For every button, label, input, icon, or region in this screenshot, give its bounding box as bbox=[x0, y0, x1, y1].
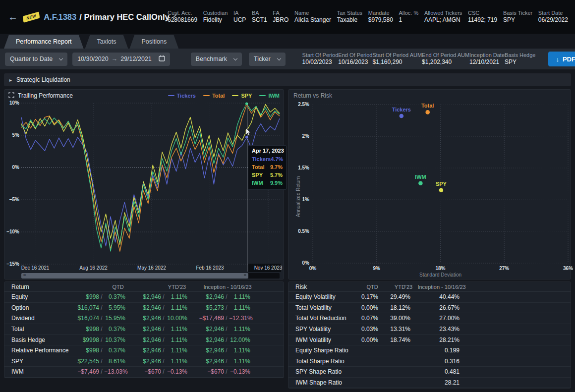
cell-percent: 1.11% bbox=[166, 336, 187, 343]
cell-value: 0.00% bbox=[353, 336, 378, 343]
trailing-legend: TickersTotalSPYIWM bbox=[168, 93, 280, 99]
pdf-download-button[interactable]: ↓ PDF bbox=[548, 52, 575, 66]
trailing-chart-canvas[interactable] bbox=[21, 103, 280, 264]
scatter-point-label: IWM bbox=[415, 174, 426, 180]
header-stat: Start Date06/29/2022 bbox=[538, 9, 568, 24]
cell-slash: / bbox=[224, 304, 229, 311]
filter-stat-value: 12/10/2021 bbox=[469, 58, 505, 66]
cell-amount: $2,946 bbox=[125, 358, 161, 365]
filter-stat-label: End Of Period bbox=[338, 52, 372, 58]
legend-item-tickers[interactable]: Tickers bbox=[168, 93, 196, 99]
risk-table-header: Risk QTD YTD'23 Inception - 10/16/23 bbox=[288, 282, 571, 292]
y-tick-label: 1.5% bbox=[292, 165, 309, 170]
table-row: IWM Volatility0.00%18.74%28.21% bbox=[288, 335, 571, 345]
row-label: SPY Shape Ratio bbox=[295, 368, 353, 375]
cell-value: 40.44% bbox=[410, 293, 460, 300]
scatter-point-total[interactable] bbox=[425, 110, 430, 114]
tab-strip: Performance ReportTaxlotsPositions bbox=[4, 35, 178, 49]
filter-stat-value: 10/02/2023 bbox=[302, 58, 339, 66]
legend-item-total[interactable]: Total bbox=[203, 93, 225, 99]
filter-stat: Basis HedgeSPY bbox=[505, 52, 535, 66]
cell-percent: 5.95% bbox=[104, 304, 125, 311]
portfolio-title: / Primary HEC CallOnly bbox=[79, 12, 170, 22]
scatter-plot[interactable]: Standard Deviation Annualized Return Tic… bbox=[288, 102, 571, 279]
cell-slash: / bbox=[161, 336, 166, 343]
legend-item-spy[interactable]: SPY bbox=[232, 93, 252, 99]
cell-value: 0.00% bbox=[353, 304, 378, 311]
strategic-liquidation-section[interactable]: ▸ Strategic Liquidation bbox=[4, 73, 571, 86]
legend-label: Tickers bbox=[177, 93, 196, 99]
scatter-point-iwm[interactable] bbox=[418, 181, 423, 185]
cell-amount: $2,946 bbox=[125, 315, 161, 322]
cell-amount: $2,946 bbox=[125, 304, 161, 311]
header-stat-label: Alloc. % bbox=[399, 9, 419, 16]
cell-slash: / bbox=[99, 358, 104, 365]
filter-stat: End Of Period10/16/2023 bbox=[338, 52, 372, 66]
date-range-arrow-icon: → bbox=[112, 56, 118, 62]
cell-amount: −$670 bbox=[187, 368, 224, 375]
cell-percent: 1.11% bbox=[166, 293, 187, 300]
back-arrow-icon[interactable]: ← bbox=[8, 11, 18, 23]
benchmark-select[interactable]: Benchmark bbox=[191, 53, 242, 66]
cell-amount: $2,946 bbox=[187, 293, 224, 300]
tab-positions[interactable]: Positions bbox=[129, 35, 178, 49]
x-tick-label: 18% bbox=[435, 266, 445, 271]
filter-stat: Start Of Period10/02/2023 bbox=[302, 52, 339, 66]
filter-stat-label: Inception Date bbox=[469, 52, 505, 58]
ticker-select-value: Ticker bbox=[254, 56, 271, 62]
cell-slash: / bbox=[99, 304, 104, 311]
cell-percent: 1.11% bbox=[166, 304, 187, 311]
legend-dash-icon bbox=[203, 95, 210, 96]
header-stat: IAUCP bbox=[233, 9, 246, 24]
tooltip-series-value: 9.7% bbox=[270, 163, 283, 171]
x-tick-label: Aug 16 2022 bbox=[79, 265, 108, 271]
cell-slash: / bbox=[224, 293, 229, 300]
legend-dash-icon bbox=[259, 95, 266, 96]
cell-slash: / bbox=[161, 304, 166, 311]
table-row: Total Volatility0.00%18.12%26.67% bbox=[288, 303, 571, 314]
scatter-chart-canvas[interactable]: TickersTotalIWMSPY bbox=[313, 105, 568, 263]
row-label: Total bbox=[11, 326, 74, 333]
trailing-plot[interactable]: Dec 16 2021Aug 16 2022May 16 2022Feb 16 … bbox=[4, 102, 284, 279]
table-row: Equity$998/0.37%$2,946/1.11%$2,946/1.11% bbox=[4, 292, 284, 303]
legend-item-iwm[interactable]: IWM bbox=[259, 93, 280, 99]
x-tick-label: 0% bbox=[309, 266, 316, 271]
filter-stat-label: Start Of Period AUM bbox=[372, 52, 422, 58]
chart-scrollbar-thumb[interactable] bbox=[21, 273, 248, 279]
row-label: Basis Hedge bbox=[11, 336, 74, 343]
chart-scrollbar-track[interactable] bbox=[21, 273, 280, 279]
account-id[interactable]: A.F.1383 bbox=[44, 12, 76, 22]
cell-value: 28.21% bbox=[410, 336, 460, 343]
cell-slash: / bbox=[161, 293, 166, 300]
row-label: Equity Volatility bbox=[295, 293, 353, 300]
period-select[interactable]: Quarter to Date bbox=[5, 53, 67, 66]
tooltip-row: SPY5.7% bbox=[252, 171, 283, 179]
filter-stat-value: SPY bbox=[505, 58, 535, 66]
y-tick-label: 0.5% bbox=[292, 228, 309, 234]
row-label: Equity bbox=[11, 293, 74, 300]
header-stat-value: UCP bbox=[233, 16, 246, 24]
expand-icon[interactable] bbox=[8, 91, 14, 100]
scatter-point-tickers[interactable] bbox=[400, 114, 404, 118]
tooltip-series-name: SPY bbox=[252, 171, 263, 179]
tab-performance-report[interactable]: Performance Report bbox=[4, 35, 84, 49]
cell-percent: −0.13% bbox=[229, 368, 250, 375]
return-table-panel: Return QTD YTD'23 Inception - 10/16/23 E… bbox=[4, 281, 284, 378]
filter-stat-label: End Of Period AUM bbox=[422, 52, 469, 58]
cell-slash: / bbox=[224, 326, 229, 333]
tooltip-series-name: Total bbox=[252, 163, 264, 171]
download-arrow-icon: ↓ bbox=[556, 56, 559, 63]
cell-percent: 1.11% bbox=[229, 358, 250, 365]
scatter-point-spy[interactable] bbox=[439, 188, 444, 193]
ticker-select[interactable]: Ticker bbox=[249, 53, 286, 66]
legend-dash-icon bbox=[168, 95, 174, 96]
filter-stats: Start Of Period10/02/2023End Of Period10… bbox=[302, 52, 536, 66]
chevron-down-icon bbox=[233, 56, 237, 60]
x-tick-label: Nov 16 2023 bbox=[254, 265, 283, 271]
tab-taxlots[interactable]: Taxlots bbox=[85, 35, 128, 49]
cell-amount: $5,273 bbox=[187, 304, 224, 311]
date-range-input[interactable]: 10/30/2020 → 29/12/2021 bbox=[72, 53, 170, 66]
cell-percent: 1.11% bbox=[229, 304, 250, 311]
tooltip-series-value: 5.7% bbox=[270, 171, 283, 179]
row-label: Relative Performance bbox=[11, 347, 74, 354]
